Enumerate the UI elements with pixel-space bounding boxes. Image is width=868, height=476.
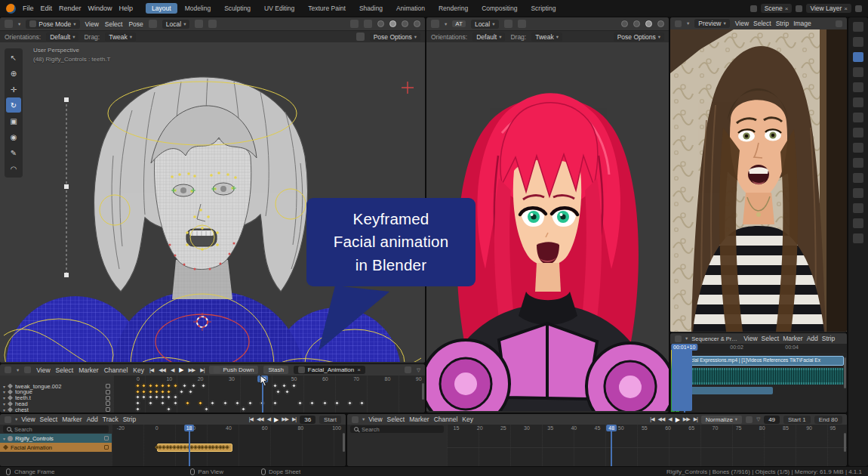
keyframe[interactable] [248, 400, 253, 406]
action-name-field[interactable]: Facial_Animation× [294, 366, 365, 374]
sequencer-playhead[interactable]: 00:01+10 [684, 344, 685, 413]
editor-type-icon[interactable] [431, 20, 439, 28]
keyframe[interactable] [291, 383, 296, 388]
extra-strip[interactable] [682, 387, 773, 394]
play-button[interactable]: ▶ [179, 366, 183, 373]
current-frame-chip[interactable]: 18 [184, 425, 195, 431]
keyframe[interactable] [160, 383, 165, 388]
keyframe[interactable] [210, 400, 215, 406]
orientation-dropdown[interactable]: Default▾ [46, 32, 78, 42]
next-keyframe-button[interactable]: ▶▶ [188, 367, 195, 373]
keyframe[interactable] [241, 406, 246, 412]
keyframe[interactable] [198, 400, 203, 406]
workspace-tab-shading[interactable]: Shading [353, 3, 389, 14]
scrollbar[interactable] [422, 383, 424, 400]
next-keyframe-button[interactable]: ▶▶ [683, 416, 690, 422]
nla-strip-area[interactable]: -20020406080100 18 [112, 425, 346, 466]
sequencer-menu-view[interactable]: View [743, 335, 757, 342]
pose-options-dropdown[interactable]: Pose Options▾ [370, 32, 420, 42]
channel-checkbox[interactable] [106, 407, 110, 412]
keyframe[interactable] [166, 389, 171, 394]
object-data-tab-icon[interactable] [853, 203, 863, 213]
play-reverse-button[interactable]: ◀ [668, 416, 671, 422]
playhead[interactable]: 18 [189, 425, 190, 466]
menu-window[interactable]: Window [88, 5, 112, 12]
nla-menu-select[interactable]: Select [40, 416, 58, 423]
keyframe[interactable] [173, 394, 178, 400]
keyframe[interactable] [235, 400, 240, 406]
keyframe[interactable] [309, 400, 315, 406]
active-tool-badge[interactable]: AT [452, 20, 466, 27]
keyframe[interactable] [166, 383, 171, 388]
channel-row[interactable]: ▾ chest [0, 406, 113, 413]
shading-wireframe-icon[interactable] [377, 20, 384, 27]
current-timecode-chip[interactable]: 00:01+10 [671, 344, 697, 351]
transform-tool[interactable]: ◉ [6, 129, 21, 144]
proportional-edit-icon[interactable] [208, 20, 217, 28]
orientation-dropdown[interactable]: Default▾ [472, 32, 505, 42]
graph-menu-view[interactable]: View [368, 416, 382, 423]
nla-editor-icon[interactable] [5, 416, 11, 423]
keyframe[interactable] [173, 400, 178, 406]
next-keyframe-button[interactable]: ▶▶ [282, 416, 288, 422]
view-layer-tab-icon[interactable] [853, 82, 863, 92]
sequencer-body[interactable]: 00:02 00:04 Facial Expressions.mp4 | [1]… [670, 344, 847, 413]
texture-tab-icon[interactable] [853, 233, 863, 243]
annotate-tool[interactable]: ✎ [6, 145, 21, 160]
object-tab-icon[interactable] [853, 128, 863, 138]
current-frame-chip[interactable]: 48 [606, 425, 617, 431]
preview-options-icon[interactable] [836, 20, 842, 27]
channel-checkbox[interactable] [106, 401, 110, 406]
unlink-action-icon[interactable]: × [357, 366, 361, 373]
keyframe[interactable] [148, 394, 153, 400]
channel-checkbox[interactable] [106, 384, 110, 388]
prev-keyframe-button[interactable]: ◀◀ [658, 416, 665, 422]
workspace-tab-rendering[interactable]: Rendering [432, 3, 474, 14]
keyframe[interactable] [141, 389, 146, 394]
nla-menu-marker[interactable]: Marker [62, 416, 82, 423]
keyframe[interactable] [179, 389, 184, 394]
sequencer-mode-dropdown[interactable]: Sequencer & Preview [691, 335, 740, 342]
options-icon[interactable] [356, 32, 365, 41]
menu-render[interactable]: Render [59, 5, 82, 12]
nla-menu-view[interactable]: View [21, 416, 35, 423]
measure-tool[interactable]: ◠ [6, 161, 21, 176]
keyframe[interactable] [135, 406, 140, 412]
shading-rendered-icon[interactable] [657, 20, 664, 27]
jump-start-button[interactable]: |◀ [249, 416, 253, 422]
grease-pencil-icon[interactable] [149, 20, 157, 28]
sequencer-menu-select[interactable]: Select [762, 335, 780, 342]
viewport-menu-select[interactable]: Select [105, 20, 123, 28]
keyframe[interactable] [285, 389, 290, 394]
frame-ruler[interactable]: -20020406080100 [112, 425, 346, 434]
nla-menu-add[interactable]: Add [87, 416, 98, 423]
graph-editor-icon[interactable] [352, 416, 359, 423]
keyframe[interactable] [141, 383, 146, 388]
channel-checkbox[interactable] [106, 390, 110, 394]
menu-edit[interactable]: Edit [41, 5, 53, 12]
dope-menu-select[interactable]: Select [56, 366, 74, 374]
keyframe[interactable] [275, 389, 281, 394]
transform-orientation-dropdown[interactable]: Local▾ [471, 20, 499, 29]
keyframe[interactable] [148, 383, 153, 388]
ghost-icon[interactable] [405, 366, 411, 373]
preview-menu-select[interactable]: Select [753, 20, 771, 27]
view-layer-remove-icon[interactable]: × [844, 5, 848, 12]
dope-menu-view[interactable]: View [36, 366, 50, 374]
keyframe[interactable] [272, 383, 278, 388]
pose-options-dropdown[interactable]: Pose Options▾ [614, 32, 664, 42]
nla-menu-track[interactable]: Track [103, 416, 119, 423]
sequencer-ruler[interactable]: 00:02 00:04 [680, 344, 847, 353]
show-overlays-icon[interactable] [364, 20, 372, 28]
keyframe[interactable] [166, 406, 171, 412]
scrollbar[interactable] [343, 433, 345, 452]
keyframe[interactable] [185, 400, 190, 406]
expand-icon[interactable]: ▾ [3, 407, 5, 413]
expand-icon[interactable]: ▾ [3, 436, 5, 441]
scene-unlink-icon[interactable]: × [785, 5, 789, 12]
keyframe[interactable] [160, 394, 165, 400]
push-down-button[interactable]: Push Down [209, 366, 258, 374]
filter-icon[interactable]: ▽ [417, 367, 420, 373]
frame-number-field[interactable]: 36 [300, 416, 315, 424]
keyframe[interactable] [135, 389, 140, 394]
